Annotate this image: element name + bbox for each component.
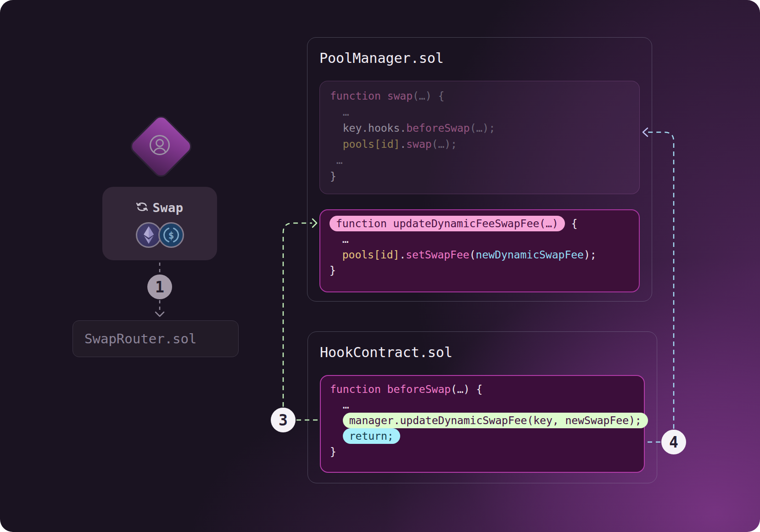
diagram-canvas: Swap $ SwapRouter.sol: [0, 0, 760, 532]
code-line: …: [330, 231, 630, 247]
code-line: function updateDynamicFeeSwapFee(…) {: [330, 216, 630, 231]
pool-manager-update-fee-code: function updateDynamicFeeSwapFee(…) { … …: [319, 209, 640, 292]
user-avatar-icon: [149, 134, 171, 156]
svg-text:$: $: [168, 230, 174, 241]
pool-manager-box: PoolManager.sol function swap(…) { … key…: [307, 37, 652, 302]
swap-label: Swap: [152, 201, 183, 215]
usd-coin-icon: $: [158, 222, 184, 248]
code-line: }: [330, 444, 635, 459]
pool-manager-swap-code: function swap(…) { … key.hooks.beforeSwa…: [319, 81, 640, 194]
step-badge-4: 4: [661, 430, 686, 454]
ethereum-coin-icon: [136, 222, 162, 248]
swap-router-box: SwapRouter.sol: [73, 320, 239, 357]
code-line: manager.updateDynamicSwapFee(key, newSwa…: [330, 413, 635, 428]
swap-action-card: Swap $: [102, 187, 217, 260]
code-line: pools[id].swap(…);: [330, 136, 629, 152]
token-pair: $: [136, 222, 184, 248]
code-line: }: [330, 168, 629, 184]
step-badge-1: 1: [147, 274, 172, 299]
hook-contract-before-swap-code: function beforeSwap(…) { … manager.updat…: [320, 375, 645, 473]
arrow-down-icon: [156, 312, 164, 316]
code-line: key.hooks.beforeSwap(…);: [330, 120, 629, 136]
pool-manager-title: PoolManager.sol: [319, 50, 640, 67]
code-line: pools[id].setSwapFee(newDynamicSwapFee);: [330, 247, 630, 263]
code-line: …: [330, 152, 629, 168]
code-line: function beforeSwap(…) {: [330, 381, 635, 397]
hook-contract-title: HookContract.sol: [320, 344, 645, 361]
code-line: }: [330, 263, 630, 278]
code-line: function swap(…) {: [330, 88, 629, 104]
swap-arrows-icon: [136, 202, 148, 214]
code-line: return;: [330, 428, 635, 444]
code-line: …: [330, 397, 635, 413]
swap-router-title: SwapRouter.sol: [73, 331, 196, 347]
step-badge-3: 3: [271, 408, 296, 432]
hook-contract-box: HookContract.sol function beforeSwap(…) …: [307, 331, 657, 483]
code-line: …: [330, 104, 629, 120]
